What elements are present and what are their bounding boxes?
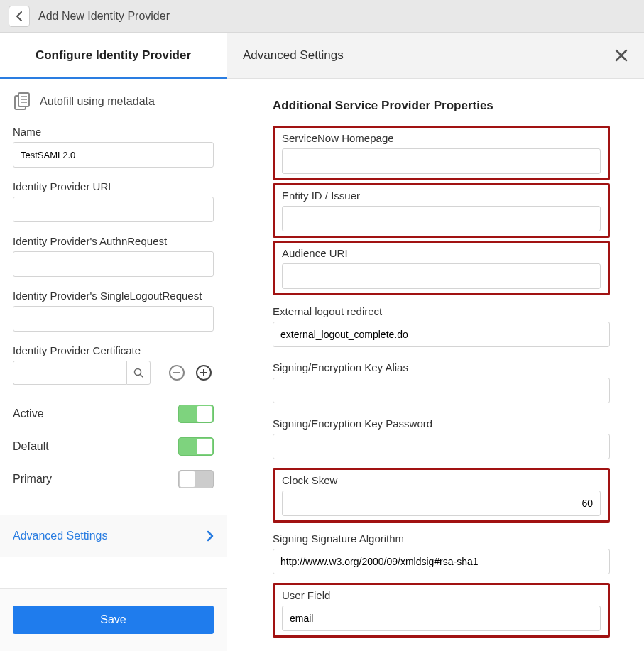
field-sig_alg-label: Signing Signature Algorithm	[273, 532, 610, 545]
field-ext_logout-input[interactable]	[273, 322, 610, 347]
field-audience_uri: Audience URI	[273, 241, 610, 295]
idp-url-input[interactable]	[13, 197, 214, 222]
field-key_alias-label: Signing/Encryption Key Alias	[273, 361, 610, 373]
field-user_field-label: User Field	[282, 589, 601, 601]
field-homepage-label: ServiceNow Homepage	[282, 132, 601, 144]
back-button[interactable]	[9, 6, 30, 27]
advanced-settings-label: Advanced Settings	[13, 530, 107, 542]
field-homepage-input[interactable]	[282, 148, 601, 174]
main-panel: Advanced Settings Additional Service Pro…	[227, 33, 644, 651]
name-label: Name	[13, 126, 214, 138]
active-toggle-label: Active	[13, 407, 44, 420]
save-button[interactable]: Save	[13, 606, 214, 634]
primary-toggle-label: Primary	[13, 473, 52, 486]
slo-input[interactable]	[13, 306, 214, 332]
sidebar: Configure Identity Provider Autofill usi…	[0, 33, 227, 651]
field-ext_logout: External logout redirect	[273, 301, 610, 351]
slo-label: Identity Provider's SingleLogoutRequest	[13, 290, 214, 302]
field-key_pw-input[interactable]	[273, 434, 610, 459]
field-user_field: User Field	[273, 583, 610, 638]
remove-cert-button[interactable]	[167, 363, 187, 383]
field-clock_skew-input[interactable]	[282, 491, 601, 516]
sidebar-heading: Configure Identity Provider	[0, 33, 227, 79]
authn-label: Identity Provider's AuthnRequest	[13, 235, 214, 247]
page-title: Add New Identity Provider	[38, 10, 170, 23]
document-copy-icon	[13, 92, 33, 111]
app-header: Add New Identity Provider	[0, 0, 644, 33]
field-sig_alg: Signing Signature Algorithm	[273, 528, 610, 579]
field-sig_alg-input[interactable]	[273, 549, 610, 574]
main-title: Advanced Settings	[243, 48, 344, 62]
field-entity_id-input[interactable]	[282, 206, 601, 231]
field-key_alias-input[interactable]	[273, 378, 610, 403]
svg-line-6	[141, 375, 143, 378]
main-section-title: Additional Service Provider Properties	[273, 99, 610, 113]
chevron-left-icon	[16, 11, 23, 21]
default-toggle-label: Default	[13, 440, 49, 453]
close-button[interactable]	[614, 48, 628, 62]
cert-label: Identity Provider Certificate	[13, 344, 214, 356]
field-entity_id-label: Entity ID / Issuer	[282, 190, 601, 202]
cert-input[interactable]	[13, 361, 126, 385]
authn-input[interactable]	[13, 251, 214, 277]
field-clock_skew: Clock Skew	[273, 468, 610, 523]
close-icon	[614, 48, 628, 62]
field-audience_uri-input[interactable]	[282, 263, 601, 289]
add-cert-button[interactable]	[194, 363, 214, 383]
field-entity_id: Entity ID / Issuer	[273, 183, 610, 238]
minus-circle-icon	[168, 364, 185, 381]
field-clock_skew-label: Clock Skew	[282, 474, 601, 486]
default-toggle[interactable]	[178, 437, 214, 456]
field-user_field-input[interactable]	[282, 606, 601, 631]
field-audience_uri-label: Audience URI	[282, 247, 601, 259]
chevron-right-icon	[207, 530, 214, 542]
active-toggle[interactable]	[178, 405, 214, 423]
field-key_alias: Signing/Encryption Key Alias	[273, 357, 610, 407]
autofill-metadata[interactable]: Autofill using metadata	[13, 92, 214, 111]
cert-search-button[interactable]	[126, 361, 151, 385]
advanced-settings-link[interactable]: Advanced Settings	[0, 515, 227, 557]
field-ext_logout-label: External logout redirect	[273, 305, 610, 317]
field-key_pw: Signing/Encryption Key Password	[273, 413, 610, 464]
field-key_pw-label: Signing/Encryption Key Password	[273, 417, 610, 430]
search-icon	[133, 368, 143, 378]
field-homepage: ServiceNow Homepage	[273, 126, 610, 180]
autofill-label: Autofill using metadata	[40, 95, 155, 108]
idp-url-label: Identity Provider URL	[13, 180, 214, 192]
plus-circle-icon	[195, 364, 212, 381]
primary-toggle[interactable]	[178, 470, 214, 488]
name-input[interactable]	[13, 142, 214, 168]
